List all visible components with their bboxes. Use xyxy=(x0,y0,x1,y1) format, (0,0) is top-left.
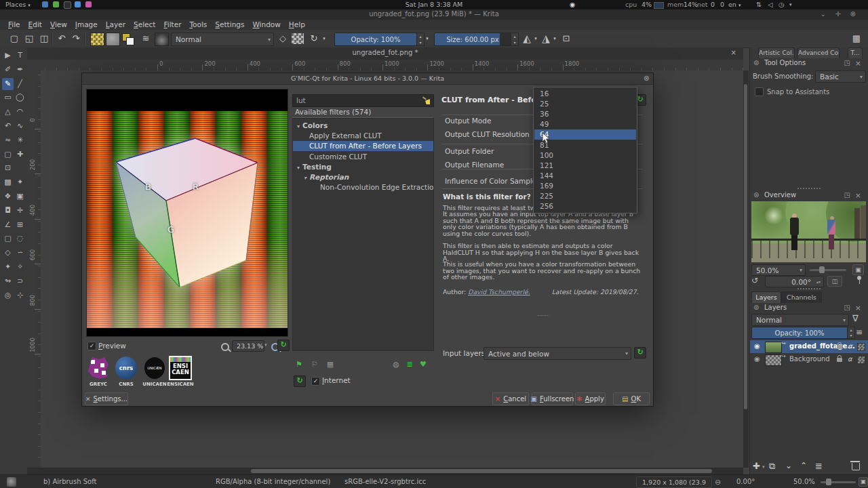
rename-fave-button[interactable]: ▦ xyxy=(323,359,337,370)
docker-splitter[interactable] xyxy=(797,287,821,290)
apply-button[interactable]: ✻Apply xyxy=(575,392,606,405)
dropdown-option-169[interactable]: 169 xyxy=(534,181,636,191)
window-title-bar[interactable]: ungraded_fot.png (23.9 MiB) * — Krita ⌄ … xyxy=(0,9,868,20)
close-docker-icon[interactable]: × xyxy=(855,191,861,200)
mirror-view-button[interactable]: ◫ xyxy=(827,276,842,287)
dropdown-option-225[interactable]: 225 xyxy=(534,191,636,201)
menu-settings[interactable]: Settings xyxy=(215,20,244,30)
clear-search-broom-icon[interactable] xyxy=(422,97,430,104)
menu-edit[interactable]: Edit xyxy=(28,20,42,30)
rectangle-tool[interactable]: ▭ xyxy=(2,92,14,104)
chevron-down-icon[interactable]: ▾ xyxy=(552,32,557,45)
zoom-out-icon[interactable] xyxy=(221,343,229,351)
layer-opacity-spinner[interactable]: ▴▾ xyxy=(847,327,855,339)
clock-tray-icon[interactable]: ◷ xyxy=(778,1,784,9)
tray-caret-icon[interactable]: ▾ xyxy=(789,1,792,9)
rotation-spinbox[interactable]: 0.00° ▴▾ xyxy=(765,276,824,287)
float-docker-icon[interactable]: ◳ xyxy=(844,59,850,66)
brush-preset-chooser[interactable] xyxy=(155,33,169,46)
volume-tray-icon[interactable]: ◁ xyxy=(768,1,772,9)
menu-select[interactable]: Select xyxy=(134,20,155,30)
tool-options-docker-header[interactable]: ⊜ Tool Options ◳ × xyxy=(749,58,868,69)
menu-layer[interactable]: Layer xyxy=(106,20,125,30)
filter-tree-item[interactable]: Customize CLUT xyxy=(293,152,433,162)
filter-tree-category[interactable]: ▾Reptorian xyxy=(293,172,433,182)
chevron-down-icon[interactable]: ▾ xyxy=(321,32,328,45)
tab-close-icon[interactable]: × xyxy=(731,49,736,56)
delete-layer-button[interactable] xyxy=(852,463,860,470)
menu-view[interactable]: View xyxy=(50,20,67,30)
network-tray-icon[interactable]: ⇅ xyxy=(756,1,762,9)
duplicate-layer-button[interactable]: ⧉ xyxy=(769,461,775,472)
pattern-chooser[interactable] xyxy=(106,33,120,46)
fullscreen-button[interactable]: ▣Fullscreen xyxy=(532,392,573,405)
dynamic-brush-tool[interactable]: ≈ xyxy=(2,134,14,146)
layer-lock-icon[interactable] xyxy=(837,345,842,349)
brush-size-slider[interactable]: Size: 600.00 px xyxy=(434,33,511,46)
author-link[interactable]: David Tschumperlé. xyxy=(468,288,530,296)
ellipse-tool[interactable]: ◯ xyxy=(14,92,26,104)
zoom-tool[interactable]: ◎ xyxy=(2,289,14,302)
similar-select-tool[interactable]: ✧ xyxy=(14,261,26,273)
freehand-path-tool[interactable]: ∿ xyxy=(14,120,26,132)
web-filters-icon[interactable]: ◍ xyxy=(389,359,403,370)
transform-tool[interactable]: ▢ xyxy=(2,148,14,161)
preview-checkbox[interactable]: ✓ xyxy=(87,342,96,350)
gradient-chooser[interactable] xyxy=(90,33,104,46)
layer-properties-button[interactable]: ≣ xyxy=(815,461,823,471)
mirror-vertical-button[interactable]: ◮ xyxy=(540,32,552,45)
rotation-status-icon[interactable]: ⊖ xyxy=(715,478,721,487)
menu-window[interactable]: Window xyxy=(252,20,280,30)
layer-row-gradedffotage[interactable]: ◉↪graded_ffotage...α xyxy=(750,340,868,353)
add-fave-button[interactable]: ⚑ xyxy=(292,359,306,370)
edit-shapes-tool[interactable]: ✐ xyxy=(2,64,14,76)
crop-tool[interactable]: ⊡ xyxy=(2,162,14,174)
color-sampler-tool[interactable]: ✦ xyxy=(14,176,26,188)
menu-image[interactable]: Image xyxy=(75,20,98,30)
rotation-status-value[interactable]: 0.00° xyxy=(736,478,755,485)
ellipse-select-tool[interactable]: ◌ xyxy=(14,232,26,245)
reference-images-tool[interactable]: ⊞ xyxy=(14,219,26,231)
faves-heart-icon[interactable]: ♥ xyxy=(416,359,430,370)
menu-tools[interactable]: Tools xyxy=(189,20,207,30)
brush-preset-icon[interactable] xyxy=(7,477,16,487)
trim-canvas-button[interactable]: ⊡ xyxy=(560,32,572,45)
layer-opacity-slider[interactable]: Opacity: 100% xyxy=(751,327,848,339)
multibrush-tool[interactable]: ✳ xyxy=(14,134,26,146)
rotation-dial-icon[interactable]: ↺ xyxy=(751,276,762,285)
new-document-button[interactable]: ▢ xyxy=(8,32,20,45)
filter-tree-category[interactable]: ▾Testing xyxy=(293,162,433,172)
gradient-tool[interactable]: ▩ xyxy=(2,176,14,188)
layers-docker-header[interactable]: ⊜ Layers ◳ × xyxy=(749,303,868,314)
dropdown-option-25[interactable]: 25 xyxy=(534,99,636,109)
dock-tab-t[interactable]: T... xyxy=(848,47,863,58)
polyline-tool[interactable]: ◠ xyxy=(14,106,26,118)
dock-tab-artistic-color[interactable]: Artistic Col... xyxy=(758,47,795,58)
ok-button[interactable]: ▤OK xyxy=(613,392,650,405)
size-spinner[interactable]: ▴▾ xyxy=(511,33,519,46)
text-tool[interactable]: T xyxy=(14,49,26,62)
maximize-button[interactable]: ✛ xyxy=(835,9,841,19)
measure-tool[interactable]: ∠ xyxy=(2,219,14,231)
filter-tree-item[interactable]: Apply External CLUT xyxy=(293,131,433,141)
alpha-lock-icon[interactable]: α xyxy=(848,342,852,350)
spacer[interactable] xyxy=(14,162,26,174)
filter-tree-item[interactable]: Non-Convolution Edge Extraction xyxy=(293,182,433,192)
close-docker-icon[interactable]: × xyxy=(855,304,861,312)
update-filters-button[interactable]: ↻ xyxy=(294,375,306,387)
workspace-chooser-button[interactable]: ▦ xyxy=(850,32,863,45)
input-layers-refresh-button[interactable]: ↻ xyxy=(634,347,646,359)
zoom-status-slider[interactable] xyxy=(821,481,856,483)
assistants-tool[interactable]: ✛ xyxy=(14,205,26,217)
dropdown-option-121[interactable]: 121 xyxy=(534,161,636,171)
add-bookmark-button[interactable]: ⚐ xyxy=(308,359,321,370)
preview-refresh-button[interactable]: ↻ xyxy=(277,340,290,351)
open-document-button[interactable]: ◱ xyxy=(23,32,35,45)
zoom-fit-button[interactable]: ▣ xyxy=(859,477,868,487)
undo-button[interactable]: ↶ xyxy=(56,32,68,45)
layer-visibility-eye-icon[interactable]: ◉ xyxy=(754,355,760,363)
polygonal-select-tool[interactable]: ◇ xyxy=(2,247,14,259)
inherit-alpha-icon[interactable] xyxy=(857,343,865,351)
magnetic-select-tool[interactable]: ⊃ xyxy=(14,275,26,287)
clut-resolution-dropdown[interactable]: 162536496481100121144169225256 xyxy=(533,87,637,214)
